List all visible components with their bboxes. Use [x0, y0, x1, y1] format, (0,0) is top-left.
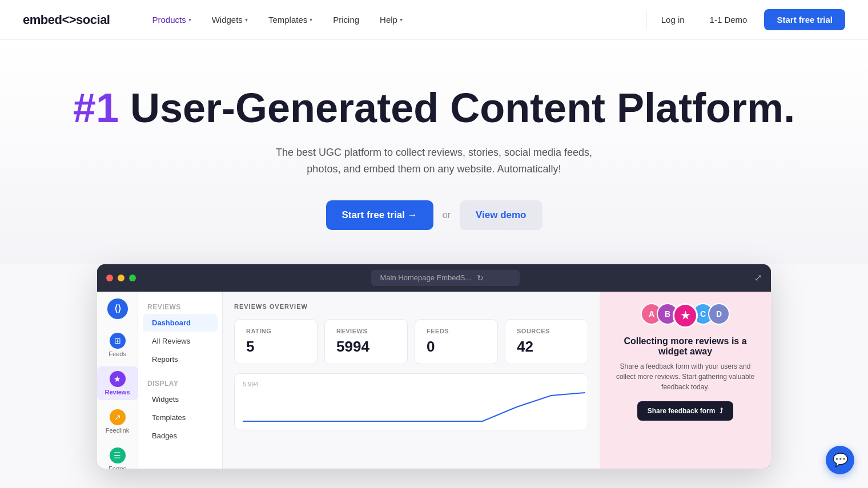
sidebar-item-templates[interactable]: Templates [143, 409, 218, 426]
hero-title: #1 User-Generated Content Platform. [11, 86, 857, 131]
sidebar-display-header: Display [138, 373, 222, 390]
chevron-down-icon: ▾ [310, 17, 312, 23]
browser-wrapper: Main Homepage EmbedS... ↻ ⤢ ⟨⟩ [74, 264, 794, 488]
share-icon: ⤴ [720, 407, 723, 415]
sidebar-feedlink-label: Feedlink [106, 427, 130, 434]
stats-row: Rating 5 Reviews 5994 Feeds 0 Sources 42 [234, 319, 588, 364]
start-trial-hero-button[interactable]: Start free trial → [326, 200, 433, 230]
feeds-icon: ⊞ [110, 333, 126, 349]
sidebar-logo-icon: ⟨⟩ [107, 299, 128, 319]
demo-button[interactable]: 1-1 Demo [702, 10, 756, 29]
forms-icon: ☰ [110, 447, 126, 463]
main-area: REVIEWS OVERVIEW Rating 5 Reviews 5994 F… [223, 292, 600, 469]
side-panel-text: Share a feedback form with your users an… [611, 361, 760, 392]
stat-card-rating: Rating 5 [234, 319, 318, 364]
chevron-down-icon: ▾ [400, 17, 403, 23]
stat-card-reviews: Reviews 5994 [324, 319, 408, 364]
refresh-icon[interactable]: ↻ [477, 273, 484, 283]
chevron-down-icon: ▾ [245, 17, 248, 23]
start-trial-nav-button[interactable]: Start free trial [764, 9, 845, 30]
sidebar-reviews-label: Reviews [105, 389, 130, 396]
chevron-down-icon: ▾ [188, 17, 191, 23]
stat-value-sources: 42 [517, 338, 576, 356]
nav-right: Log in 1-1 Demo Start free trial [653, 9, 845, 30]
side-panel: A B ★ C D Collecting more reviews is a w… [600, 292, 771, 469]
hero-or: or [443, 210, 451, 220]
avatar-5: D [708, 303, 730, 325]
sidebar-item-dashboard[interactable]: Dashboard [143, 314, 218, 332]
app-content: ⟨⟩ ⊞ Feeds ★ Reviews ↗ Feedlink [97, 292, 771, 469]
nav-products[interactable]: Products ▾ [144, 10, 199, 29]
stat-value-feeds: 0 [427, 338, 486, 356]
nav-templates[interactable]: Templates ▾ [260, 10, 320, 29]
hero-subtitle: The best UGC platform to collect reviews… [263, 144, 605, 178]
browser-dot-minimize [118, 275, 124, 281]
stat-value-rating: 5 [246, 338, 306, 356]
avatar-group: A B ★ C D [641, 303, 730, 328]
stat-value-reviews: 5994 [336, 338, 396, 356]
url-bar[interactable]: Main Homepage EmbedS... ↻ [371, 270, 520, 286]
sidebar-item-badges[interactable]: Badges [143, 427, 218, 445]
nav-divider [646, 11, 646, 29]
sidebar-forms-label: Forms [108, 465, 126, 469]
hero-buttons: Start free trial → or View demo [11, 200, 857, 230]
sidebar-icon-forms[interactable]: ☰ Forms [97, 443, 138, 469]
share-feedback-label: Share feedback form [648, 407, 716, 415]
expand-icon[interactable]: ⤢ [754, 272, 762, 283]
sidebar-item-widgets[interactable]: Widgets [143, 390, 218, 408]
sidebar-icon-feeds[interactable]: ⊞ Feeds [97, 328, 138, 362]
stat-label-rating: Rating [246, 328, 306, 334]
stat-label-sources: Sources [517, 328, 576, 334]
nav-widgets[interactable]: Widgets ▾ [204, 10, 256, 29]
chart-area: 5,994 [234, 373, 588, 430]
browser-window: Main Homepage EmbedS... ↻ ⤢ ⟨⟩ [97, 264, 771, 469]
chat-icon: 💬 [833, 453, 848, 467]
sidebar-reviews-header: Reviews [138, 296, 222, 313]
browser-dot-close [106, 275, 113, 281]
reviews-overview-title: REVIEWS OVERVIEW [234, 303, 588, 310]
chart-top-label: 5,994 [243, 381, 259, 388]
url-text: Main Homepage EmbedS... [380, 273, 472, 282]
sidebar-item-reports[interactable]: Reports [143, 350, 218, 368]
side-panel-title: Collecting more reviews is a widget away [611, 336, 760, 357]
navbar: embed<>social Products ▾ Widgets ▾ Templ… [0, 0, 868, 40]
nav-links: Products ▾ Widgets ▾ Templates ▾ Pricing… [144, 10, 638, 29]
chat-bubble[interactable]: 💬 [826, 446, 854, 474]
sidebar-feeds-label: Feeds [108, 350, 126, 357]
reviews-icon: ★ [110, 371, 126, 387]
chart-svg [243, 390, 585, 424]
stat-card-sources: Sources 42 [505, 319, 588, 364]
share-feedback-button[interactable]: Share feedback form ⤴ [637, 401, 734, 421]
browser-dot-maximize [129, 275, 136, 281]
hero-title-rest: User-Generated Content Platform. [119, 85, 795, 131]
hero-section: #1 User-Generated Content Platform. The … [0, 40, 868, 264]
hero-title-hash: #1 [73, 85, 119, 131]
stat-card-feeds: Feeds 0 [415, 319, 498, 364]
browser-url-area: Main Homepage EmbedS... ↻ [140, 270, 750, 286]
feedlink-icon: ↗ [110, 409, 126, 425]
browser-bar: Main Homepage EmbedS... ↻ ⤢ [97, 264, 771, 292]
sidebar-icon-feedlink[interactable]: ↗ Feedlink [97, 405, 138, 438]
logo[interactable]: embed<>social [23, 13, 110, 27]
sidebar-item-all-reviews[interactable]: All Reviews [143, 332, 218, 350]
sidebar-icon-reviews[interactable]: ★ Reviews [97, 366, 138, 400]
nav-help[interactable]: Help ▾ [372, 10, 411, 29]
stat-label-feeds: Feeds [427, 328, 486, 334]
sidebar: ⟨⟩ ⊞ Feeds ★ Reviews ↗ Feedlink [97, 292, 223, 469]
stat-label-reviews: Reviews [336, 328, 396, 334]
nav-pricing[interactable]: Pricing [325, 10, 367, 29]
avatar-star: ★ [673, 303, 698, 328]
login-button[interactable]: Log in [653, 10, 693, 29]
sidebar-menu: Reviews Dashboard All Reviews Reports Di… [138, 292, 222, 469]
sidebar-icon-column: ⟨⟩ ⊞ Feeds ★ Reviews ↗ Feedlink [97, 292, 138, 469]
view-demo-button[interactable]: View demo [460, 200, 542, 230]
